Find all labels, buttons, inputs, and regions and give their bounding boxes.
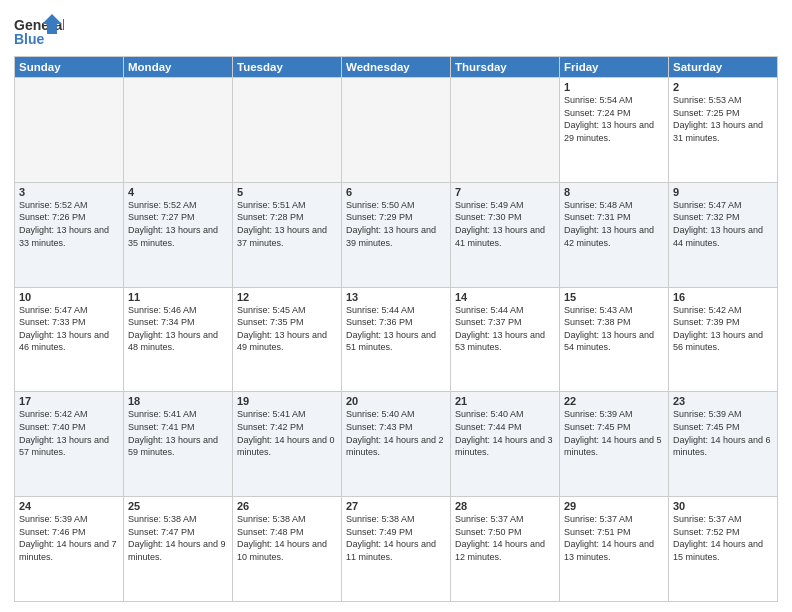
day-info: Sunrise: 5:41 AM Sunset: 7:42 PM Dayligh…: [237, 408, 337, 458]
calendar-cell: 11Sunrise: 5:46 AM Sunset: 7:34 PM Dayli…: [124, 287, 233, 392]
day-info: Sunrise: 5:41 AM Sunset: 7:41 PM Dayligh…: [128, 408, 228, 458]
day-header-monday: Monday: [124, 57, 233, 78]
day-number: 4: [128, 186, 228, 198]
calendar-cell: [233, 78, 342, 183]
calendar-header-row: SundayMondayTuesdayWednesdayThursdayFrid…: [15, 57, 778, 78]
calendar-cell: 12Sunrise: 5:45 AM Sunset: 7:35 PM Dayli…: [233, 287, 342, 392]
day-info: Sunrise: 5:39 AM Sunset: 7:45 PM Dayligh…: [564, 408, 664, 458]
day-header-thursday: Thursday: [451, 57, 560, 78]
day-info: Sunrise: 5:42 AM Sunset: 7:40 PM Dayligh…: [19, 408, 119, 458]
day-number: 20: [346, 395, 446, 407]
calendar-cell: 23Sunrise: 5:39 AM Sunset: 7:45 PM Dayli…: [669, 392, 778, 497]
day-number: 9: [673, 186, 773, 198]
calendar-cell: 21Sunrise: 5:40 AM Sunset: 7:44 PM Dayli…: [451, 392, 560, 497]
calendar-cell: 27Sunrise: 5:38 AM Sunset: 7:49 PM Dayli…: [342, 497, 451, 602]
calendar-cell: 10Sunrise: 5:47 AM Sunset: 7:33 PM Dayli…: [15, 287, 124, 392]
calendar-cell: 29Sunrise: 5:37 AM Sunset: 7:51 PM Dayli…: [560, 497, 669, 602]
day-info: Sunrise: 5:42 AM Sunset: 7:39 PM Dayligh…: [673, 304, 773, 354]
day-number: 10: [19, 291, 119, 303]
day-info: Sunrise: 5:49 AM Sunset: 7:30 PM Dayligh…: [455, 199, 555, 249]
calendar-cell: [451, 78, 560, 183]
day-number: 17: [19, 395, 119, 407]
calendar-cell: 15Sunrise: 5:43 AM Sunset: 7:38 PM Dayli…: [560, 287, 669, 392]
calendar-cell: 13Sunrise: 5:44 AM Sunset: 7:36 PM Dayli…: [342, 287, 451, 392]
calendar-week-row: 1Sunrise: 5:54 AM Sunset: 7:24 PM Daylig…: [15, 78, 778, 183]
day-info: Sunrise: 5:47 AM Sunset: 7:33 PM Dayligh…: [19, 304, 119, 354]
day-number: 11: [128, 291, 228, 303]
day-info: Sunrise: 5:45 AM Sunset: 7:35 PM Dayligh…: [237, 304, 337, 354]
calendar-cell: 1Sunrise: 5:54 AM Sunset: 7:24 PM Daylig…: [560, 78, 669, 183]
day-header-wednesday: Wednesday: [342, 57, 451, 78]
calendar-cell: 18Sunrise: 5:41 AM Sunset: 7:41 PM Dayli…: [124, 392, 233, 497]
day-number: 16: [673, 291, 773, 303]
day-info: Sunrise: 5:39 AM Sunset: 7:46 PM Dayligh…: [19, 513, 119, 563]
day-number: 21: [455, 395, 555, 407]
calendar-cell: 9Sunrise: 5:47 AM Sunset: 7:32 PM Daylig…: [669, 182, 778, 287]
day-number: 12: [237, 291, 337, 303]
calendar-cell: 26Sunrise: 5:38 AM Sunset: 7:48 PM Dayli…: [233, 497, 342, 602]
day-number: 23: [673, 395, 773, 407]
day-info: Sunrise: 5:37 AM Sunset: 7:51 PM Dayligh…: [564, 513, 664, 563]
day-number: 14: [455, 291, 555, 303]
day-header-tuesday: Tuesday: [233, 57, 342, 78]
day-info: Sunrise: 5:47 AM Sunset: 7:32 PM Dayligh…: [673, 199, 773, 249]
calendar-cell: 17Sunrise: 5:42 AM Sunset: 7:40 PM Dayli…: [15, 392, 124, 497]
day-header-sunday: Sunday: [15, 57, 124, 78]
calendar-cell: 7Sunrise: 5:49 AM Sunset: 7:30 PM Daylig…: [451, 182, 560, 287]
day-info: Sunrise: 5:50 AM Sunset: 7:29 PM Dayligh…: [346, 199, 446, 249]
day-number: 18: [128, 395, 228, 407]
day-number: 7: [455, 186, 555, 198]
day-number: 19: [237, 395, 337, 407]
calendar-cell: 30Sunrise: 5:37 AM Sunset: 7:52 PM Dayli…: [669, 497, 778, 602]
day-number: 30: [673, 500, 773, 512]
page-header: GeneralBlue: [14, 10, 778, 50]
day-number: 24: [19, 500, 119, 512]
day-number: 27: [346, 500, 446, 512]
day-info: Sunrise: 5:37 AM Sunset: 7:52 PM Dayligh…: [673, 513, 773, 563]
day-number: 8: [564, 186, 664, 198]
calendar-cell: 20Sunrise: 5:40 AM Sunset: 7:43 PM Dayli…: [342, 392, 451, 497]
day-number: 13: [346, 291, 446, 303]
day-number: 22: [564, 395, 664, 407]
day-info: Sunrise: 5:38 AM Sunset: 7:49 PM Dayligh…: [346, 513, 446, 563]
day-number: 1: [564, 81, 664, 93]
day-info: Sunrise: 5:46 AM Sunset: 7:34 PM Dayligh…: [128, 304, 228, 354]
calendar-cell: 14Sunrise: 5:44 AM Sunset: 7:37 PM Dayli…: [451, 287, 560, 392]
calendar-cell: [124, 78, 233, 183]
calendar-week-row: 17Sunrise: 5:42 AM Sunset: 7:40 PM Dayli…: [15, 392, 778, 497]
calendar-cell: 22Sunrise: 5:39 AM Sunset: 7:45 PM Dayli…: [560, 392, 669, 497]
day-info: Sunrise: 5:52 AM Sunset: 7:27 PM Dayligh…: [128, 199, 228, 249]
calendar-cell: 6Sunrise: 5:50 AM Sunset: 7:29 PM Daylig…: [342, 182, 451, 287]
calendar-cell: 28Sunrise: 5:37 AM Sunset: 7:50 PM Dayli…: [451, 497, 560, 602]
day-number: 3: [19, 186, 119, 198]
calendar-table: SundayMondayTuesdayWednesdayThursdayFrid…: [14, 56, 778, 602]
logo-svg: GeneralBlue: [14, 14, 64, 50]
day-number: 25: [128, 500, 228, 512]
calendar-cell: 3Sunrise: 5:52 AM Sunset: 7:26 PM Daylig…: [15, 182, 124, 287]
day-info: Sunrise: 5:37 AM Sunset: 7:50 PM Dayligh…: [455, 513, 555, 563]
day-header-saturday: Saturday: [669, 57, 778, 78]
day-info: Sunrise: 5:53 AM Sunset: 7:25 PM Dayligh…: [673, 94, 773, 144]
day-info: Sunrise: 5:54 AM Sunset: 7:24 PM Dayligh…: [564, 94, 664, 144]
day-header-friday: Friday: [560, 57, 669, 78]
calendar-cell: 4Sunrise: 5:52 AM Sunset: 7:27 PM Daylig…: [124, 182, 233, 287]
day-number: 5: [237, 186, 337, 198]
calendar-page: GeneralBlue SundayMondayTuesdayWednesday…: [0, 0, 792, 612]
day-info: Sunrise: 5:40 AM Sunset: 7:43 PM Dayligh…: [346, 408, 446, 458]
calendar-cell: 5Sunrise: 5:51 AM Sunset: 7:28 PM Daylig…: [233, 182, 342, 287]
day-number: 28: [455, 500, 555, 512]
calendar-cell: 25Sunrise: 5:38 AM Sunset: 7:47 PM Dayli…: [124, 497, 233, 602]
day-number: 6: [346, 186, 446, 198]
day-info: Sunrise: 5:44 AM Sunset: 7:36 PM Dayligh…: [346, 304, 446, 354]
day-info: Sunrise: 5:44 AM Sunset: 7:37 PM Dayligh…: [455, 304, 555, 354]
calendar-cell: 19Sunrise: 5:41 AM Sunset: 7:42 PM Dayli…: [233, 392, 342, 497]
day-number: 26: [237, 500, 337, 512]
day-number: 29: [564, 500, 664, 512]
day-info: Sunrise: 5:40 AM Sunset: 7:44 PM Dayligh…: [455, 408, 555, 458]
calendar-cell: 2Sunrise: 5:53 AM Sunset: 7:25 PM Daylig…: [669, 78, 778, 183]
calendar-cell: 16Sunrise: 5:42 AM Sunset: 7:39 PM Dayli…: [669, 287, 778, 392]
calendar-week-row: 24Sunrise: 5:39 AM Sunset: 7:46 PM Dayli…: [15, 497, 778, 602]
logo: GeneralBlue: [14, 14, 64, 50]
calendar-week-row: 10Sunrise: 5:47 AM Sunset: 7:33 PM Dayli…: [15, 287, 778, 392]
svg-text:Blue: Blue: [14, 31, 45, 47]
